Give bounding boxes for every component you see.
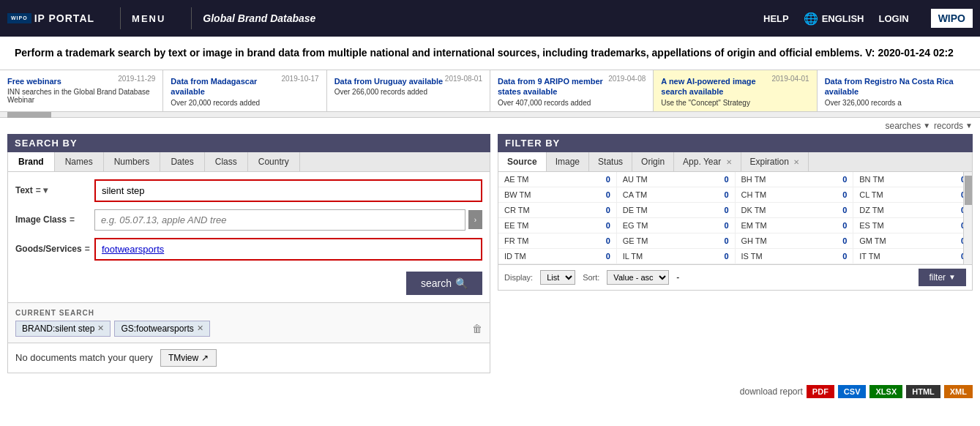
- menu-button[interactable]: MENU: [132, 13, 165, 24]
- country-cell-ittm[interactable]: IT TM0: [853, 249, 972, 264]
- current-search-row: BRAND:silent step ✕ GS:footwearsports ✕ …: [15, 321, 482, 337]
- country-cell-frtm[interactable]: FR TM0: [498, 233, 617, 249]
- country-cell-eetm[interactable]: EE TM0: [498, 218, 617, 233]
- country-cell-istm[interactable]: IS TM0: [736, 249, 854, 264]
- download-csv-button[interactable]: CSV: [838, 385, 867, 398]
- image-class-input[interactable]: [94, 209, 465, 231]
- filter-tab-source[interactable]: Source: [498, 152, 547, 171]
- country-cell-autm[interactable]: AU TM0: [617, 172, 736, 187]
- filter-panel: FILTER BY Source Image Status Origin App…: [498, 134, 973, 373]
- no-results-text: No documents match your query: [15, 352, 153, 363]
- news-desc-2: Over 266,000 records added: [334, 88, 482, 96]
- news-desc-3: Over 407,000 records added: [498, 99, 646, 107]
- country-cell-bhtm[interactable]: BH TM0: [736, 172, 854, 187]
- country-cell-bwtm[interactable]: BW TM0: [498, 187, 617, 203]
- filter-collapse-icon: ▼: [949, 273, 956, 281]
- filter-tab-appyear[interactable]: App. Year ✕: [674, 152, 741, 171]
- country-cell-ghtm[interactable]: GH TM0: [736, 233, 854, 249]
- country-cell-estm[interactable]: ES TM0: [853, 218, 972, 233]
- main-content: SEARCH BY Brand Names Numbers Dates Clas…: [0, 134, 980, 381]
- country-cell-cltm[interactable]: CL TM0: [853, 187, 972, 203]
- filter-tab-origin[interactable]: Origin: [632, 152, 674, 171]
- download-xlsx-button[interactable]: XLSX: [869, 385, 902, 398]
- goods-field-label: Goods/Services =: [15, 244, 89, 254]
- filter-tab-expiration[interactable]: Expiration ✕: [741, 152, 809, 171]
- scroll-track: [964, 172, 972, 264]
- current-search: CURRENT SEARCH BRAND:silent step ✕ GS:fo…: [7, 303, 490, 343]
- display-select[interactable]: List: [540, 270, 575, 285]
- country-cell-gmtm[interactable]: GM TM0: [853, 233, 972, 249]
- goods-input[interactable]: [94, 238, 482, 261]
- tab-names[interactable]: Names: [55, 152, 104, 171]
- search-button[interactable]: search 🔍: [406, 272, 482, 295]
- tag-brand-close[interactable]: ✕: [97, 324, 104, 333]
- news-strip: 2019-11-29 Free webinars INN searches in…: [0, 70, 980, 112]
- scroll-thumb: [7, 112, 51, 118]
- help-link[interactable]: HELP: [763, 13, 789, 24]
- search-fields: Text = ▾ Image Class = ›: [7, 172, 490, 303]
- appyear-close-icon[interactable]: ✕: [726, 158, 732, 166]
- page-description: Perform a trademark search by text or im…: [0, 37, 980, 70]
- news-date-1: 2019-10-17: [282, 75, 319, 83]
- sort-select[interactable]: Value - asc: [607, 270, 669, 285]
- tab-country[interactable]: Country: [248, 152, 300, 171]
- country-cell-dztm[interactable]: DZ TM0: [853, 203, 972, 218]
- filter-tab-image[interactable]: Image: [547, 152, 589, 171]
- display-label: Display:: [504, 273, 533, 282]
- country-cell-chtm[interactable]: CH TM0: [736, 187, 854, 203]
- filter-by-header: FILTER BY: [498, 134, 973, 152]
- filter-tab-status[interactable]: Status: [589, 152, 632, 171]
- download-html-button[interactable]: HTML: [906, 385, 940, 398]
- country-cell-detm[interactable]: DE TM0: [617, 203, 736, 218]
- ip-portal-logo: IP PORTAL: [34, 12, 94, 24]
- country-grid-wrap: AE TM0AU TM0BH TM0BN TM0BW TM0CA TM0CH T…: [498, 172, 973, 265]
- nav-right: HELP 🌐 ENGLISH LOGIN WIPO: [763, 9, 973, 28]
- news-desc-4: Use the "Concept" Strategy: [661, 99, 809, 107]
- tmview-button[interactable]: TMview ↗: [160, 349, 217, 367]
- filter-button[interactable]: filter ▼: [919, 269, 966, 286]
- search-tag-brand: BRAND:silent step ✕: [15, 321, 111, 337]
- news-item-2: 2019-08-01 Data from Uruguay available O…: [327, 70, 490, 111]
- site-title: Global Brand Database: [203, 12, 763, 24]
- tab-brand[interactable]: Brand: [8, 152, 55, 171]
- country-grid-scrollbar[interactable]: [963, 172, 972, 264]
- searches-dropdown-arrow[interactable]: ▼: [923, 122, 930, 130]
- country-cell-aetm[interactable]: AE TM0: [498, 172, 617, 187]
- text-field-row: Text = ▾: [15, 179, 482, 202]
- language-selector[interactable]: 🌐 ENGLISH: [804, 12, 864, 26]
- country-cell-idtm[interactable]: ID TM0: [498, 249, 617, 264]
- goods-eq: =: [85, 244, 90, 254]
- records-dropdown-arrow[interactable]: ▼: [965, 122, 973, 130]
- news-date-0: 2019-11-29: [118, 75, 155, 83]
- search-tag-gs: GS:footwearsports ✕: [114, 321, 209, 337]
- country-cell-dktm[interactable]: DK TM0: [736, 203, 854, 218]
- image-class-expand-button[interactable]: ›: [468, 210, 482, 229]
- news-item-1: 2019-10-17 Data from Madagascar availabl…: [163, 70, 326, 111]
- news-title-5[interactable]: Data from Registro Na Costa Rica availab…: [825, 76, 973, 97]
- login-link[interactable]: LOGIN: [878, 13, 908, 24]
- country-cell-emtm[interactable]: EM TM0: [736, 218, 854, 233]
- download-pdf-button[interactable]: PDF: [807, 385, 834, 398]
- news-scrollbar[interactable]: [0, 112, 980, 118]
- text-eq-dropdown[interactable]: = ▾: [36, 185, 48, 195]
- news-item-3: 2019-04-08 Data from 9 ARIPO member stat…: [490, 70, 654, 111]
- news-desc-0: INN searches in the Global Brand Databas…: [7, 88, 155, 104]
- news-item-5: Data from Registro Na Costa Rica availab…: [818, 70, 980, 111]
- country-cell-egtm[interactable]: EG TM0: [617, 218, 736, 233]
- country-cell-iltm[interactable]: IL TM0: [617, 249, 736, 264]
- country-cell-getm[interactable]: GE TM0: [617, 233, 736, 249]
- country-cell-crtm[interactable]: CR TM0: [498, 203, 617, 218]
- text-input[interactable]: [94, 179, 482, 202]
- tag-gs-close[interactable]: ✕: [197, 324, 203, 333]
- country-cell-bntm[interactable]: BN TM0: [853, 172, 972, 187]
- expiration-close-icon[interactable]: ✕: [793, 158, 799, 166]
- download-xml-button[interactable]: XML: [944, 385, 973, 398]
- clear-search-button[interactable]: 🗑: [472, 323, 482, 335]
- country-cell-catm[interactable]: CA TM0: [617, 187, 736, 203]
- searches-label: searches: [885, 121, 921, 131]
- tab-numbers[interactable]: Numbers: [104, 152, 161, 171]
- search-panel: SEARCH BY Brand Names Numbers Dates Clas…: [7, 134, 490, 373]
- tab-dates[interactable]: Dates: [160, 152, 204, 171]
- filter-controls: Display: List Sort: Value - asc - filter…: [498, 265, 973, 291]
- tab-class[interactable]: Class: [205, 152, 248, 171]
